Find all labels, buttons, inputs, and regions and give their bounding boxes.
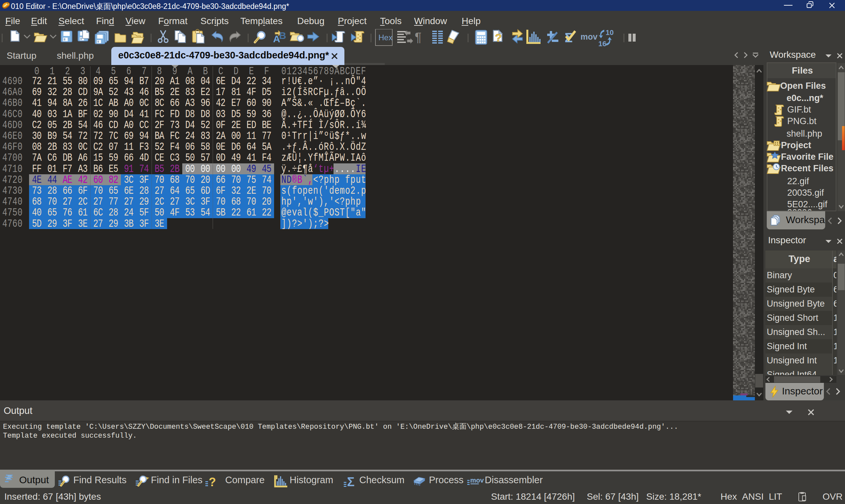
svg-text:¶: ¶ xyxy=(415,30,421,44)
svg-text:?: ? xyxy=(495,31,502,44)
svg-text:?: ? xyxy=(209,475,216,488)
svg-text:mov: mov xyxy=(581,32,598,41)
svg-text:10: 10 xyxy=(605,29,614,37)
svg-text:Σ: Σ xyxy=(347,475,355,488)
svg-text:Hex: Hex xyxy=(379,33,393,42)
svg-text:mov: mov xyxy=(470,476,484,484)
svg-text:B: B xyxy=(279,30,286,41)
svg-text:16: 16 xyxy=(598,40,606,47)
